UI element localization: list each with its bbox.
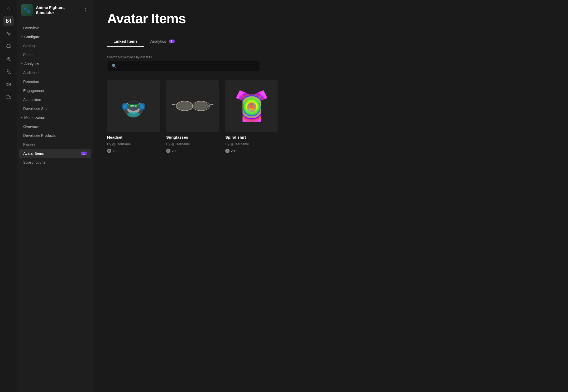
- configure-chevron: ▾: [21, 35, 23, 39]
- sidebar-item-acquisition[interactable]: Acquisition: [17, 95, 93, 104]
- robux-icon-shirt: R: [225, 149, 230, 153]
- sidebar-item-overview-monetization[interactable]: Overview: [17, 122, 93, 131]
- game-title: Anime Fighters Simulator: [36, 5, 79, 15]
- users-icon[interactable]: [3, 54, 14, 64]
- tab-linked-items[interactable]: Linked Items: [107, 36, 144, 47]
- sidebar-section-analytics[interactable]: ▾ Analytics: [17, 59, 93, 68]
- item-image-shirt: [225, 80, 278, 132]
- sidebar-item-audience[interactable]: Audience: [17, 68, 93, 77]
- sidebar-item-developer-stats[interactable]: Developer Stats: [17, 104, 93, 113]
- svg-point-14: [135, 105, 137, 107]
- icon-rail: ⌂: [0, 0, 17, 392]
- analytics-icon[interactable]: [3, 28, 14, 39]
- sidebar-item-overview-top[interactable]: Overview: [17, 23, 93, 32]
- robux-icon-sunglasses: R: [166, 149, 170, 153]
- sidebar-item-engagement[interactable]: Engagement: [17, 86, 93, 95]
- image-icon[interactable]: [3, 16, 14, 26]
- analytics-section-label: Analytics: [24, 62, 39, 66]
- item-name-shirt: Spiral shirt: [225, 135, 278, 139]
- search-box: 🔍: [107, 61, 260, 71]
- search-icon: 🔍: [112, 64, 117, 68]
- monetization-chevron: ▾: [21, 116, 23, 119]
- avatar-items-badge: 1: [81, 152, 87, 155]
- svg-point-16: [127, 112, 140, 117]
- sidebar-header: 🐾 Anime Fighters Simulator ⋮: [17, 0, 93, 20]
- search-container: Search Marketplace by Asset ID 🔍: [107, 55, 554, 71]
- megaphone-icon[interactable]: [3, 79, 14, 90]
- more-menu-button[interactable]: ⋮: [82, 6, 89, 14]
- svg-text:N: N: [132, 105, 134, 108]
- item-name-headset: Headset: [107, 135, 160, 139]
- translate-icon[interactable]: [3, 66, 14, 77]
- analytics-chevron: ▾: [21, 62, 23, 66]
- search-input[interactable]: [119, 64, 256, 68]
- analytics-tab-badge: 2: [169, 40, 175, 43]
- item-creator-shirt: By @username: [225, 142, 278, 146]
- game-icon: 🐾: [21, 4, 33, 16]
- item-price-headset: R 200: [107, 149, 160, 153]
- main-content: Avatar Items Linked Items Analytics 2 Se…: [93, 0, 568, 392]
- sidebar-item-subscriptions[interactable]: Subscriptions: [17, 158, 93, 167]
- search-label: Search Marketplace by Asset ID: [107, 55, 554, 59]
- sidebar-section-configure[interactable]: ▾ Configure: [17, 32, 93, 41]
- svg-line-22: [172, 104, 176, 105]
- svg-point-11: [140, 104, 144, 109]
- svg-point-1: [7, 20, 8, 21]
- item-card-sunglasses: Sunglasses By @username R 200: [166, 80, 219, 153]
- item-name-sunglasses: Sunglasses: [166, 135, 219, 139]
- item-card-shirt: Spiral shirt By @username R 200: [225, 80, 278, 153]
- item-creator-headset: By @username: [107, 142, 160, 146]
- avatar-items-label: Avatar Items: [23, 151, 44, 156]
- item-price-sunglasses: R 200: [166, 149, 219, 153]
- svg-point-20: [193, 102, 209, 110]
- svg-point-9: [123, 104, 127, 109]
- svg-point-2: [7, 57, 9, 59]
- sidebar-item-passes[interactable]: Passes: [17, 140, 93, 149]
- sidebar-item-settings[interactable]: Settings: [17, 41, 93, 50]
- item-image-sunglasses: [166, 80, 219, 132]
- sidebar-item-avatar-items[interactable]: Avatar Items 1: [19, 149, 91, 158]
- configure-label: Configure: [24, 35, 40, 39]
- sidebar: 🐾 Anime Fighters Simulator ⋮ Overview ▾ …: [17, 0, 93, 392]
- sidebar-item-retention[interactable]: Retention: [17, 77, 93, 86]
- home-icon[interactable]: ⌂: [3, 3, 14, 14]
- item-image-headset: N: [107, 80, 160, 132]
- sidebar-item-places[interactable]: Places: [17, 50, 93, 59]
- cloud-icon[interactable]: [3, 92, 14, 102]
- sidebar-item-developer-products[interactable]: Developer Products: [17, 131, 93, 140]
- items-grid: N Headset By @username R 200: [107, 80, 554, 153]
- tabs-bar: Linked Items Analytics 2: [107, 36, 554, 47]
- item-creator-sunglasses: By @username: [166, 142, 219, 146]
- item-card-headset: N Headset By @username R 200: [107, 80, 160, 153]
- sidebar-nav: Overview ▾ Configure Settings Places ▾ A…: [17, 20, 93, 170]
- item-price-shirt: R 200: [225, 149, 278, 153]
- robux-icon-headset: R: [107, 149, 111, 153]
- monetization-label: Monetization: [24, 115, 45, 120]
- svg-line-23: [209, 104, 213, 105]
- tab-analytics[interactable]: Analytics 2: [144, 36, 181, 47]
- svg-marker-3: [6, 83, 8, 86]
- svg-point-18: [177, 102, 193, 110]
- sidebar-section-monetization[interactable]: ▾ Monetization: [17, 113, 93, 122]
- piggy-icon[interactable]: [3, 41, 14, 52]
- page-title: Avatar Items: [107, 11, 554, 26]
